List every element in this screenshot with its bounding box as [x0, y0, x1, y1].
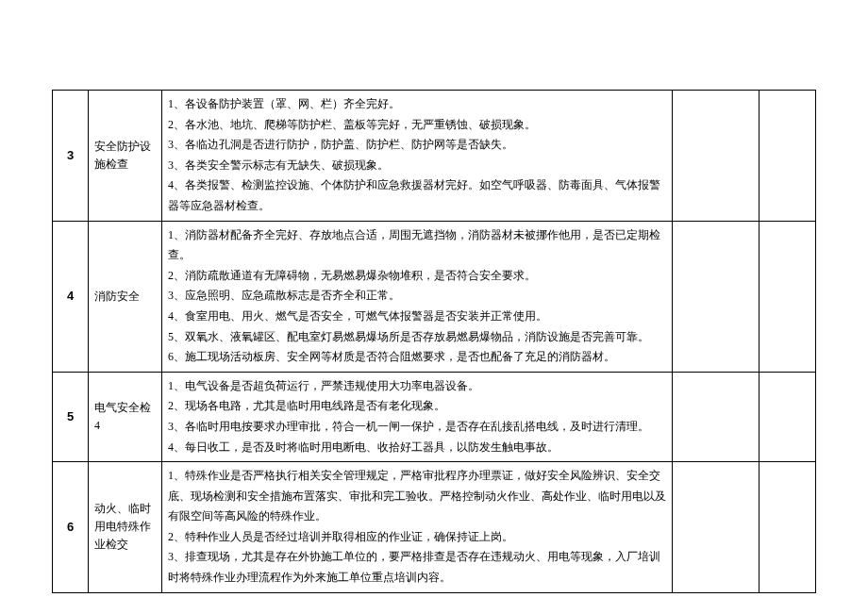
table-row: 6动火、临时用电特殊作业检交1、特殊作业是否严格执行相关安全管理规定，严格审批程…: [53, 462, 816, 593]
row-empty-2: [760, 221, 816, 372]
row-category: 消防安全: [89, 221, 162, 372]
row-number: 3: [53, 91, 89, 222]
row-number: 6: [53, 462, 89, 593]
row-description: 1、特殊作业是否严格执行相关安全管理规定，严格审批程序办理票证，做好安全风险辨识…: [162, 462, 673, 593]
table-row: 5电气安全检41、电气设备是否超负荷运行，严禁违规使用大功率电器设备。2、现场各…: [53, 372, 816, 461]
row-description: 1、电气设备是否超负荷运行，严禁违规使用大功率电器设备。2、现场各电路，尤其是临…: [162, 372, 673, 461]
table-row: 3安全防护设施检查1、各设备防护装置（罩、网、栏）齐全完好。2、各水池、地坑、爬…: [53, 91, 816, 222]
row-category: 电气安全检4: [89, 372, 162, 461]
inspection-table: 3安全防护设施检查1、各设备防护装置（罩、网、栏）齐全完好。2、各水池、地坑、爬…: [52, 90, 816, 593]
row-number: 4: [53, 221, 89, 372]
row-empty-2: [760, 462, 816, 593]
row-empty-1: [673, 462, 760, 593]
row-empty-2: [760, 91, 816, 222]
row-category: 动火、临时用电特殊作业检交: [89, 462, 162, 593]
row-empty-2: [760, 372, 816, 461]
row-empty-1: [673, 372, 760, 461]
row-description: 1、消防器材配备齐全完好、存放地点合适，周围无遮挡物，消防器材未被挪作他用，是否…: [162, 221, 673, 372]
table-row: 4消防安全1、消防器材配备齐全完好、存放地点合适，周围无遮挡物，消防器材未被挪作…: [53, 221, 816, 372]
row-category: 安全防护设施检查: [89, 91, 162, 222]
row-description: 1、各设备防护装置（罩、网、栏）齐全完好。2、各水池、地坑、爬梯等防护栏、盖板等…: [162, 91, 673, 222]
row-empty-1: [673, 91, 760, 222]
row-number: 5: [53, 372, 89, 461]
row-empty-1: [673, 221, 760, 372]
